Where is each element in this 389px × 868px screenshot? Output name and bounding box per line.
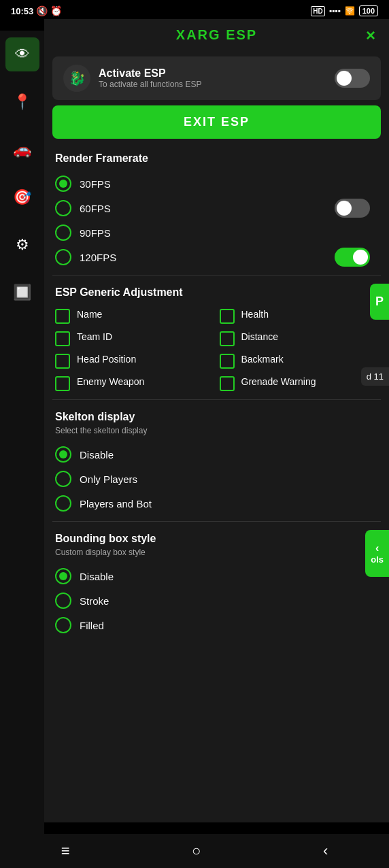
time: 10:53 <box>11 6 33 16</box>
sidebar-item-chip[interactable]: 🔲 <box>5 276 39 310</box>
header: XARG ESP × <box>44 19 389 51</box>
signal-icon: ▪▪▪▪ <box>329 6 341 16</box>
fps-60-toggle-knob <box>337 201 352 216</box>
fps-90-option[interactable]: 90FPS <box>55 220 378 245</box>
checkbox-grenadewarning[interactable]: Grenade Warning <box>220 375 379 391</box>
activate-esp-subtitle: To activate all functions ESP <box>99 80 326 89</box>
nav-menu-button[interactable]: ≡ <box>61 842 70 860</box>
checkbox-headposition-box[interactable] <box>55 354 70 369</box>
activate-esp-toggle[interactable] <box>335 69 370 88</box>
fps-60-option[interactable]: 60FPS <box>55 196 335 220</box>
checkbox-enemyweapon[interactable]: Enemy Weapon <box>55 375 214 391</box>
eye-icon: 👁 <box>15 46 30 63</box>
checkbox-grenadewarning-label: Grenade Warning <box>241 375 316 388</box>
bbox-disable-option[interactable]: Disable <box>55 564 378 588</box>
checkbox-teamid[interactable]: Team ID <box>55 331 214 346</box>
sidebar-item-vehicle[interactable]: 🚗 <box>5 133 39 167</box>
skelton-disable-radio[interactable] <box>55 446 71 463</box>
fps-120-radio[interactable] <box>55 249 71 265</box>
fps-90-label: 90FPS <box>80 227 111 239</box>
checkbox-backmark[interactable]: Backmark <box>220 353 379 369</box>
skelton-onlyplayers-option[interactable]: Only Players <box>55 467 378 491</box>
arrow-left-icon: ‹ <box>375 542 379 554</box>
fps-120-label: 120FPS <box>80 252 116 263</box>
toggle-knob <box>337 71 352 86</box>
vehicle-icon: 🚗 <box>13 141 31 158</box>
checkbox-health-box[interactable] <box>220 309 235 324</box>
checkbox-teamid-box[interactable] <box>55 331 70 346</box>
nav-back-button[interactable]: ‹ <box>323 842 328 860</box>
skelton-disable-label: Disable <box>80 449 114 461</box>
main-content: XARG ESP × 🐉 Activate ESP To activate al… <box>44 19 389 822</box>
skelton-disable-option[interactable]: Disable <box>55 442 378 467</box>
sidebar-item-location[interactable]: 📍 <box>5 85 39 119</box>
bottom-nav: ≡ ○ ‹ <box>0 834 389 868</box>
status-right: HD ▪▪▪▪ 🛜 100 <box>311 5 378 16</box>
hd-icon: HD <box>311 6 324 16</box>
fps-30-label: 30FPS <box>80 178 111 190</box>
activate-esp-card: 🐉 Activate ESP To activate all functions… <box>52 56 381 100</box>
battery: 100 <box>359 5 378 16</box>
bounding-box-title: Bounding box style <box>55 533 378 545</box>
bbox-stroke-label: Stroke <box>80 595 109 607</box>
render-framerate-section: Render Framerate 30FPS 60FPS 90FPS <box>44 144 389 272</box>
fps-30-radio[interactable] <box>55 176 71 192</box>
bbox-filled-label: Filled <box>80 620 104 631</box>
checkbox-health[interactable]: Health <box>220 308 379 324</box>
dragon-icon: 🐉 <box>69 70 86 86</box>
sidebar-item-settings[interactable]: ⚙ <box>5 228 39 262</box>
skelton-playersbot-radio[interactable] <box>55 495 71 512</box>
checkbox-backmark-box[interactable] <box>220 354 235 369</box>
checkbox-enemyweapon-label: Enemy Weapon <box>77 375 144 388</box>
checkbox-name[interactable]: Name <box>55 308 214 324</box>
checkbox-headposition[interactable]: Head Position <box>55 353 214 369</box>
ols-label: ols <box>371 554 384 565</box>
mute-icon: 🔇 <box>36 5 48 16</box>
checkbox-distance[interactable]: Distance <box>220 331 379 346</box>
target-icon: 🎯 <box>13 188 31 206</box>
close-button[interactable]: × <box>366 26 375 45</box>
sidebar-item-eye[interactable]: 👁 <box>5 37 39 71</box>
side-peek-p[interactable]: P <box>370 284 389 320</box>
divider-2 <box>52 399 381 400</box>
checkbox-grenadewarning-box[interactable] <box>220 376 235 391</box>
skelton-subtitle: Select the skelton display <box>55 426 378 435</box>
bbox-filled-radio[interactable] <box>55 617 71 633</box>
skelton-display-section: Skelton display Select the skelton displ… <box>44 403 389 518</box>
skelton-title: Skelton display <box>55 411 378 423</box>
fps-120-toggle-knob <box>353 250 368 265</box>
skelton-onlyplayers-radio[interactable] <box>55 471 71 487</box>
render-framerate-title: Render Framerate <box>55 152 378 165</box>
bbox-stroke-option[interactable]: Stroke <box>55 588 378 613</box>
sidebar-item-target[interactable]: 🎯 <box>5 180 39 214</box>
skelton-playersbot-option[interactable]: Players and Bot <box>55 491 378 516</box>
checkbox-distance-box[interactable] <box>220 331 235 346</box>
fps-60-radio[interactable] <box>55 200 71 216</box>
location-icon: 📍 <box>13 93 31 111</box>
fps-90-radio[interactable] <box>55 224 71 241</box>
gear-icon: ⚙ <box>16 236 29 254</box>
fps-120-toggle[interactable] <box>335 248 370 267</box>
fps-30-option[interactable]: 30FPS <box>55 171 378 196</box>
checkbox-enemyweapon-box[interactable] <box>55 376 70 391</box>
checkbox-backmark-label: Backmark <box>241 353 284 365</box>
activate-esp-title: Activate ESP <box>99 67 326 80</box>
checkbox-name-box[interactable] <box>55 309 70 324</box>
fps-120-option[interactable]: 120FPS <box>55 245 335 269</box>
fps-60-label: 60FPS <box>80 203 111 214</box>
exit-esp-button[interactable]: EXIT ESP <box>52 105 381 139</box>
nav-home-button[interactable]: ○ <box>192 842 201 860</box>
fps-60-toggle[interactable] <box>335 199 370 218</box>
sidebar: 👁 📍 🚗 🎯 ⚙ 🔲 <box>0 31 44 834</box>
checkbox-distance-label: Distance <box>241 331 278 343</box>
skelton-playersbot-label: Players and Bot <box>80 498 152 510</box>
activate-esp-text: Activate ESP To activate all functions E… <box>99 67 326 89</box>
bounding-box-section: Bounding box style Custom display box st… <box>44 524 389 681</box>
side-peek-ols[interactable]: ‹ ols <box>365 530 389 577</box>
bbox-filled-option[interactable]: Filled <box>55 613 378 637</box>
bbox-disable-radio[interactable] <box>55 568 71 584</box>
esp-generic-title: ESP Generic Adjustment <box>55 286 378 299</box>
checkbox-name-label: Name <box>77 308 102 320</box>
bbox-stroke-radio[interactable] <box>55 592 71 609</box>
esp-generic-section: ESP Generic Adjustment P Name Health Tea… <box>44 278 389 397</box>
